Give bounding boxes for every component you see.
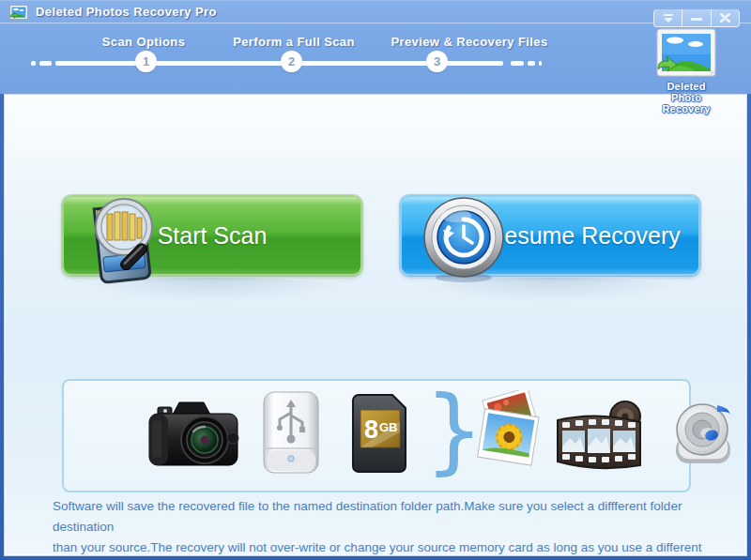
app-window: Deleted Photos Recovery Pro (0, 0, 751, 560)
footer-line: Software will save the recovered file to… (53, 496, 723, 537)
app-logo-icon (9, 5, 28, 20)
start-scan-button[interactable]: Start Scan (62, 195, 362, 276)
resume-recovery-button[interactable]: Resume Recovery (400, 195, 700, 276)
film-icon (556, 400, 646, 473)
sd-card-icon: 8 GB (351, 393, 407, 474)
step-circle-3: 3 (426, 51, 448, 72)
content-area: Start Scan (4, 94, 747, 556)
window-title: Deleted Photos Recovery Pro (36, 5, 217, 19)
step-label-1: Scan Options (102, 35, 186, 49)
progress-dash (539, 61, 542, 66)
close-icon (720, 13, 730, 23)
step-circle-1: 1 (135, 51, 157, 72)
progress-dash (511, 61, 524, 66)
start-scan-label: Start Scan (64, 222, 360, 250)
chevron-down-icon (663, 14, 674, 23)
progress-dash (31, 61, 36, 66)
photos-icon (473, 390, 544, 469)
logo-text-line2: Recovery (651, 103, 722, 114)
logo-image (654, 28, 718, 81)
camera-icon (146, 396, 240, 471)
footer-note: Software will save the recovered file to… (53, 496, 723, 560)
header: Deleted Photos Recovery Pro (0, 0, 751, 94)
titlebar: Deleted Photos Recovery Pro (0, 1, 751, 23)
logo: Deleted Photo Recovery (651, 28, 722, 114)
minimize-icon (691, 14, 702, 23)
logo-text-line1: Deleted Photo (651, 81, 722, 103)
audio-speaker-icon (670, 398, 736, 469)
media-panel: 8 GB } (62, 379, 691, 492)
footer-line: than your source.The recovery will not o… (53, 537, 723, 558)
progress-dash (528, 61, 535, 66)
usb-drive-icon (261, 390, 321, 477)
progress-dash (39, 61, 52, 66)
resume-recovery-label: Resume Recovery (402, 222, 698, 250)
step-circle-2: 2 (281, 51, 302, 72)
step-label-2: Perform a Full Scan (233, 35, 355, 49)
step-label-3: Preview & Recovery Files (391, 35, 547, 49)
step-progress: Scan Options Perform a Full Scan Preview… (0, 23, 751, 95)
